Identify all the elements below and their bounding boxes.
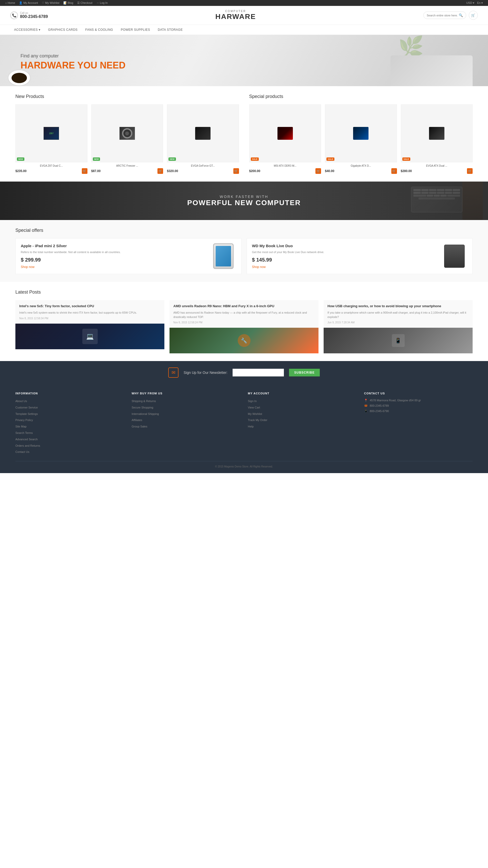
product-image: ZB7 (43, 127, 59, 140)
product-image-wrap: NEW (167, 104, 239, 162)
footer-link-contact[interactable]: Contact Us (16, 450, 124, 455)
footer-link-about[interactable]: About Us (16, 399, 124, 404)
footer-columns: INFORMATION About Us Customer Service Te… (16, 392, 472, 456)
product-badge: NEW (93, 157, 100, 161)
footer-account-title: MY ACCOUNT (248, 392, 357, 395)
product-price: $200.00 (249, 169, 260, 173)
footer-link-advanced-search[interactable]: Advanced Search (16, 437, 124, 442)
post-date: Jun 9, 2015 7:28:34 AM (328, 321, 469, 324)
subscribe-button[interactable]: SUBSCRIBE (289, 369, 320, 376)
footer-link-customer-service[interactable]: Customer Service (16, 405, 124, 410)
blog-icon: 📝 (63, 1, 67, 4)
footer-link-secure[interactable]: Secure Shopping (131, 405, 240, 410)
offer-price: $ 299.99 (21, 257, 211, 263)
footer-link-track-order[interactable]: Track My Order (248, 418, 357, 423)
topbar-wishlist[interactable]: ♡ My Wishlist (42, 1, 60, 5)
posts-grid: Intel's new 5x5: Tiny form factor, socke… (16, 300, 472, 353)
topbar-checkout[interactable]: ☰ Checkout (77, 1, 93, 5)
special-offers-title: Special offers (16, 228, 472, 233)
footer-link-affiliates[interactable]: Affiliates (131, 418, 240, 423)
banner-keyboard-decoration (411, 187, 462, 212)
hero-content: Find any computer HARDWARE YOU NEED (21, 53, 125, 76)
footer-why-title: WHY BUY FROM US (131, 392, 240, 395)
topbar-account[interactable]: 👤 My Account (19, 1, 38, 5)
nav-accessories[interactable]: Accessories ▾ (10, 25, 44, 35)
products-section: New Products ZB7 NEW EVGA Z87 Dual C... … (0, 86, 488, 182)
logo[interactable]: COMPUTER HARWARE (215, 10, 256, 21)
footer-link-privacy[interactable]: Privacy Policy (16, 418, 124, 423)
newsletter-email-input[interactable] (233, 369, 284, 376)
add-to-cart-button[interactable]: 🛒 (391, 168, 397, 174)
footer-link-my-wishlist[interactable]: My Wishlist (248, 411, 357, 417)
hero-subtitle: Find any computer (21, 53, 125, 59)
product-image-wrap: NEW (91, 104, 163, 162)
post-title: Intel's new 5x5: Tiny form factor, socke… (19, 304, 160, 308)
product-name: EVGA ATX Dual ... (401, 164, 473, 167)
search-box[interactable]: 🔍 (423, 11, 466, 19)
new-products-title: New Products (16, 94, 239, 99)
special-products-title: Special products (249, 94, 473, 99)
products-grid: New Products ZB7 NEW EVGA Z87 Dual C... … (16, 94, 472, 174)
checkout-icon: ☰ (77, 1, 80, 4)
offers-grid: Apple - iPad mini 2 Silver Refers to the… (16, 238, 472, 274)
nav-fans[interactable]: Fans & Cooling (82, 25, 117, 35)
topbar-blog[interactable]: 📝 Blog (63, 1, 73, 5)
add-to-cart-button[interactable]: 🛒 (315, 168, 321, 174)
post-text: How USB charging works, or how to avoid … (324, 300, 472, 328)
phone-label: Call us: (20, 11, 48, 14)
post-date: Nov 8, 2015 12:58:24 PM (173, 321, 315, 324)
post-card: AMD unveils Radeon R9 Nano: HBM and Fury… (170, 300, 318, 353)
post-image: 💻 (16, 323, 164, 349)
add-to-cart-button[interactable]: 🛒 (82, 168, 87, 174)
newsletter-icon: ✉ (168, 368, 179, 378)
cart-button[interactable]: 🛒 (469, 11, 478, 20)
product-price: $320.00 (167, 169, 178, 173)
topbar-login[interactable]: → Log In (96, 1, 108, 5)
newsletter-text: Sign Up for Our Newsletter: (184, 371, 227, 375)
post-excerpt: Intel's new 5x5 system wants to shrink t… (19, 311, 160, 315)
product-price: $235.00 (16, 169, 26, 173)
search-input[interactable] (427, 14, 457, 17)
footer-link-group-sales[interactable]: Group Sales (131, 424, 240, 429)
offer-image (211, 246, 236, 267)
shop-now-link[interactable]: Shop now (21, 265, 34, 269)
nav-power[interactable]: Power Supplies (117, 25, 154, 35)
footer-link-orders[interactable]: Orders and Returns (16, 443, 124, 448)
topbar-home[interactable]: ⌂ Home (5, 1, 15, 5)
footer-link-template-settings[interactable]: Template Settings (16, 411, 124, 417)
product-badge: SALE (251, 157, 259, 161)
top-bar-right: USD ▾ En ▾ (466, 1, 483, 5)
product-image (353, 127, 368, 140)
product-price-row: $200.00 🛒 (249, 168, 321, 174)
product-price-row: $280.00 🛒 (401, 168, 473, 174)
add-to-cart-button[interactable]: 🛒 (157, 168, 163, 174)
shop-now-link[interactable]: Shop now (252, 265, 266, 269)
post-image: 🔧 (170, 328, 318, 353)
banner-coffee-decoration (462, 182, 483, 220)
heart-icon: ♡ (42, 1, 44, 4)
nav-graphics[interactable]: Graphics Cards (44, 25, 82, 35)
footer-link-intl-shipping[interactable]: International Shipping (131, 411, 240, 417)
logo-main: HARWARE (215, 12, 256, 21)
nav-storage[interactable]: Data Storage (154, 25, 186, 35)
new-products-list: ZB7 NEW EVGA Z87 Dual C... $235.00 🛒 NEW… (16, 104, 239, 174)
post-excerpt: If you take a smartphone which came with… (328, 311, 469, 319)
product-image-wrap: ZB7 NEW (16, 104, 87, 162)
product-item: SALE EVGA ATX Dual ... $280.00 🛒 (401, 104, 473, 174)
footer-link-view-cart[interactable]: View Cart (248, 405, 357, 410)
offer-price: $ 145.99 (252, 257, 442, 263)
currency-selector[interactable]: USD ▾ (466, 1, 475, 5)
product-price: $280.00 (401, 169, 412, 173)
add-to-cart-button[interactable]: 🛒 (233, 168, 239, 174)
footer-link-sitemap[interactable]: Site Map (16, 424, 124, 429)
product-image (277, 127, 293, 140)
post-excerpt: AMD has announced its Radeon Nano today … (173, 311, 315, 319)
footer-link-signin[interactable]: Sign In (248, 399, 357, 404)
language-selector[interactable]: En ▾ (477, 1, 483, 5)
footer-phone2: 📱 800-2345-6790 (364, 409, 472, 413)
footer-link-shipping[interactable]: Shipping & Returns (131, 399, 240, 404)
footer-link-help[interactable]: Help (248, 424, 357, 429)
newsletter-section: ✉ Sign Up for Our Newsletter: SUBSCRIBE (0, 361, 488, 384)
footer-link-search-terms[interactable]: Search Terms (16, 431, 124, 436)
add-to-cart-button[interactable]: 🛒 (467, 168, 472, 174)
